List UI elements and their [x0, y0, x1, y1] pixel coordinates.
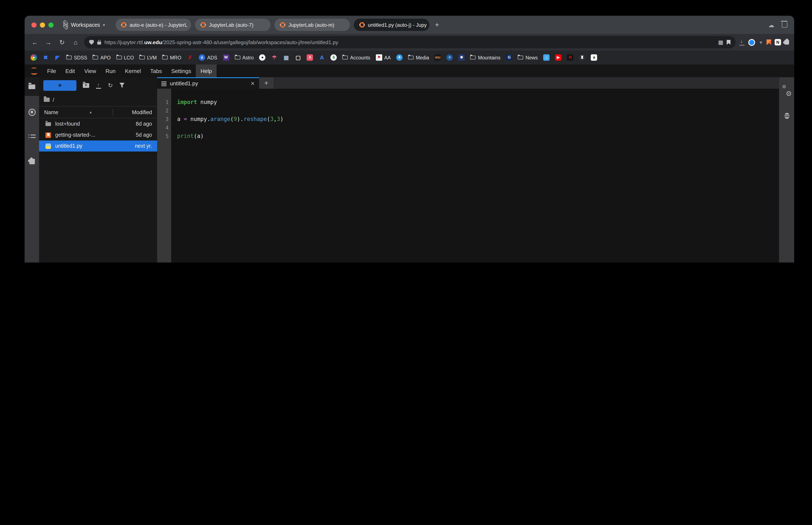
- blue-a-icon[interactable]: A: [319, 54, 325, 61]
- cube-icon[interactable]: ▢: [295, 54, 301, 61]
- close-icon[interactable]: ✕: [251, 80, 255, 86]
- debugger-tab[interactable]: [784, 113, 789, 119]
- file-row[interactable]: lost+found 8d ago: [39, 118, 157, 130]
- ads-icon[interactable]: a ADS: [199, 54, 217, 61]
- green-six-icon[interactable]: 6: [330, 54, 337, 61]
- bookmark-folder-astro[interactable]: Astro: [235, 55, 254, 60]
- code-line: [177, 123, 779, 132]
- bookmark-icon[interactable]: [727, 40, 730, 45]
- refresh-button[interactable]: ↻: [108, 82, 113, 89]
- menu-file[interactable]: File: [43, 64, 61, 77]
- google-maps-icon[interactable]: ●: [31, 54, 37, 61]
- noaa-icon[interactable]: ≈: [446, 54, 453, 61]
- bookmark-folder-mountains[interactable]: Mountains: [470, 55, 501, 60]
- file-browser-panel: + ↻ / Name ▲ Modified: [39, 77, 157, 262]
- bookmark-folder-sdss[interactable]: SDSS: [66, 55, 87, 60]
- property-inspector-tab[interactable]: ⚙⚙: [782, 87, 792, 96]
- extension-triangle-icon[interactable]: ▼: [758, 40, 763, 45]
- trash-icon[interactable]: [782, 22, 787, 28]
- code-token: import: [177, 99, 197, 105]
- bigben-icon[interactable]: ♜: [579, 54, 585, 61]
- grid-icon[interactable]: ▦: [283, 54, 290, 61]
- menu-help[interactable]: Help: [196, 64, 217, 77]
- reload-button[interactable]: ↻: [57, 39, 67, 46]
- bookmark-folder-lvm[interactable]: LVM: [139, 55, 157, 60]
- qr-code-icon[interactable]: ▦: [718, 39, 723, 45]
- file-browser-tab[interactable]: [25, 77, 39, 96]
- american-airlines-icon[interactable]: ⚑ AA: [375, 54, 391, 61]
- snowflake-icon[interactable]: ❄: [458, 54, 465, 61]
- code-token: (: [267, 116, 270, 122]
- new-launcher-button[interactable]: +: [43, 80, 76, 91]
- browser-tab[interactable]: auto-e (auto-e) - JupyterL: [116, 19, 191, 31]
- code-editor[interactable]: 12345 import numpy a = numpy.arange(9).r…: [157, 89, 779, 262]
- new-editor-tab-button[interactable]: +: [259, 77, 274, 89]
- youtube-icon[interactable]: ▶: [555, 54, 561, 61]
- code-token: (a): [194, 133, 204, 139]
- arxiv-icon[interactable]: ✗: [187, 54, 193, 61]
- guardian-icon[interactable]: G: [506, 54, 512, 61]
- modified-column-header[interactable]: Modified: [113, 109, 157, 115]
- menu-edit[interactable]: Edit: [61, 64, 79, 77]
- raindrop-icon[interactable]: [767, 40, 771, 45]
- running-kernels-tab[interactable]: [25, 103, 39, 121]
- flight-icon[interactable]: ✈: [396, 54, 403, 61]
- content-blocker-shield-icon[interactable]: [89, 40, 94, 45]
- bookmark-folder-mro[interactable]: MRO: [162, 55, 181, 60]
- menu-view[interactable]: View: [79, 64, 101, 77]
- cloud-icon[interactable]: ☁: [768, 21, 774, 28]
- weather-underground-icon[interactable]: wu: [435, 54, 441, 61]
- code-token: 3: [270, 116, 274, 122]
- address-bar[interactable]: https://jupyter.rttl.uw.edu/2025-spring-…: [84, 36, 736, 48]
- uw-icon[interactable]: W: [223, 54, 229, 61]
- file-row[interactable]: untitled1.py next yr.: [39, 140, 157, 151]
- bookmark-folder-media[interactable]: Media: [408, 55, 429, 60]
- browser-tab[interactable]: untitled1.py (auto-j) - Jupy: [354, 19, 429, 31]
- browser-tab[interactable]: JupyterLab (auto-m): [274, 19, 350, 31]
- back-button[interactable]: ←: [30, 39, 40, 46]
- bookmark-folder-accounts[interactable]: Accounts: [342, 55, 370, 60]
- blue-arrow-icon[interactable]: ◤: [54, 54, 61, 61]
- downloads-icon[interactable]: [739, 39, 745, 45]
- bookmark-folder-apo[interactable]: APO: [93, 55, 111, 60]
- github-icon[interactable]: ●: [259, 54, 266, 61]
- table-of-contents-tab[interactable]: [25, 127, 39, 146]
- amazon-icon[interactable]: a: [591, 54, 597, 61]
- minimize-window-button[interactable]: [40, 22, 45, 27]
- new-browser-tab-button[interactable]: +: [435, 20, 439, 29]
- menu-run[interactable]: Run: [101, 64, 120, 77]
- folder-icon: [518, 56, 523, 59]
- extensions-puzzle-icon[interactable]: [784, 40, 789, 45]
- sort-asc-icon: ▲: [89, 110, 92, 114]
- code-token: [197, 99, 201, 105]
- folder-icon: [66, 56, 72, 59]
- blue-x-icon[interactable]: ✖: [43, 54, 49, 61]
- onepassword-icon[interactable]: [748, 39, 755, 46]
- new-folder-button[interactable]: [83, 83, 89, 88]
- file-row[interactable]: getting-started-... 5d ago: [39, 130, 157, 140]
- home-assistant-icon[interactable]: ⌂: [543, 54, 549, 61]
- breadcrumb[interactable]: /: [39, 93, 157, 106]
- notion-icon[interactable]: N: [774, 39, 781, 45]
- home-button[interactable]: ⌂: [71, 39, 81, 46]
- jupyter-favicon: [359, 22, 365, 28]
- netflix-icon[interactable]: N: [567, 54, 573, 61]
- menu-settings[interactable]: Settings: [166, 64, 196, 77]
- pink-umbrella-icon[interactable]: ☂: [271, 54, 278, 61]
- zoom-window-button[interactable]: [48, 22, 54, 27]
- browser-tab[interactable]: JupyterLab (auto-7): [195, 19, 270, 31]
- editor-tab-untitled1[interactable]: untitled1.py ✕: [157, 77, 259, 89]
- menu-kernel[interactable]: Kernel: [120, 64, 146, 77]
- menu-tabs[interactable]: Tabs: [146, 64, 167, 77]
- forward-button[interactable]: →: [43, 39, 54, 46]
- workspaces-menu[interactable]: Workspaces ▾: [63, 20, 105, 29]
- upload-button[interactable]: [95, 82, 102, 89]
- mountain-app-icon[interactable]: Λ: [307, 54, 313, 61]
- bookmark-folder-lco[interactable]: LCO: [116, 55, 134, 60]
- filter-icon[interactable]: [119, 82, 124, 88]
- bookmark-folder-news[interactable]: News: [518, 55, 538, 60]
- folder-icon: [235, 56, 240, 59]
- extension-manager-tab[interactable]: [25, 152, 39, 170]
- name-column-header[interactable]: Name ▲: [39, 109, 113, 115]
- close-window-button[interactable]: [31, 22, 36, 27]
